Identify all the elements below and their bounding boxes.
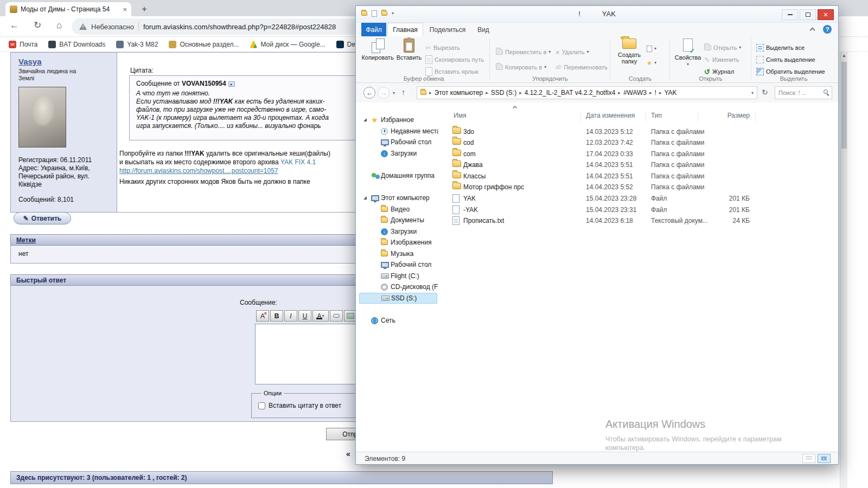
nav-documents[interactable]: Документы	[356, 215, 437, 226]
insert-link-button[interactable]	[330, 310, 343, 322]
tab-view[interactable]: Вид	[472, 23, 495, 36]
column-header-size[interactable]: Размер	[703, 112, 750, 119]
bookmark-yak3[interactable]: Yak-3 M82	[116, 41, 158, 48]
nav-history-arrow-icon[interactable]: ▾	[393, 91, 395, 95]
username-link[interactable]: Vasya	[18, 57, 42, 66]
breadcrumb-excl[interactable]: !	[655, 89, 656, 97]
breadcrumb-bar[interactable]: ▸ Этот компьютер ▸ SSD (S:) ▸ 4.12.2_IL-…	[417, 86, 757, 99]
nav-flight-c[interactable]: Flight (C:)	[356, 271, 437, 281]
browser-tab[interactable]: Моды от Димы - Страница 54 ×	[5, 2, 131, 16]
scrollbar-thumb[interactable]	[841, 62, 847, 149]
bookmark-bat-downloads[interactable]: BAT Downloads	[48, 41, 105, 48]
nav-desktop[interactable]: Рабочий стол	[356, 137, 437, 147]
list-view-toggle[interactable]	[802, 454, 815, 463]
font-color-button[interactable]: A▾	[312, 310, 329, 322]
file-row[interactable]: Прописать.txt14.04.2023 6:18Текстовый до…	[438, 215, 836, 226]
nav-cd-f[interactable]: CD-дисковод (F:)	[356, 281, 437, 292]
tags-link[interactable]: Метки	[16, 236, 36, 244]
showpost-url-link[interactable]: http://forum.aviaskins.com/showpost....p…	[119, 167, 278, 175]
help-icon[interactable]: ?	[823, 25, 832, 34]
easy-access-button[interactable]: ★▾	[647, 58, 656, 68]
file-row[interactable]: -YAK15.04.2023 23:31Файл201 КБ	[438, 204, 836, 215]
copy-to-button[interactable]: Копировать в▾	[496, 62, 546, 72]
open-button[interactable]: Открыть▾	[704, 43, 741, 53]
edit-button[interactable]: ✎Изменить	[704, 55, 739, 65]
file-row[interactable]: com17.04.2023 0:33Папка с файлами	[438, 149, 836, 159]
select-all-button[interactable]: Выделить все	[756, 43, 805, 53]
maximize-button[interactable]	[800, 9, 816, 20]
move-to-button[interactable]: Переместить в▾	[496, 47, 551, 57]
nav-music[interactable]: Музыка	[356, 248, 437, 259]
file-row[interactable]: Джава14.04.2023 5:51Папка с файлами	[438, 159, 836, 170]
cut-button[interactable]: ✂Вырезать	[425, 43, 460, 53]
tab-file[interactable]: Файл	[361, 23, 386, 36]
file-row[interactable]: 3do14.03.2023 5:12Папка с файлами	[438, 126, 836, 137]
back-icon[interactable]: ←	[10, 21, 19, 30]
nav-back-button[interactable]: ←	[363, 87, 375, 99]
tab-home[interactable]: Главная	[387, 23, 423, 36]
yak-fix-link[interactable]: YAK FIX 4.1	[280, 158, 316, 166]
breadcrumb-waw3[interactable]: #WAW3	[623, 89, 647, 97]
refresh-icon[interactable]: ↻	[762, 88, 768, 96]
reload-icon[interactable]: ↻	[34, 21, 41, 30]
details-view-toggle[interactable]	[818, 454, 831, 463]
new-folder-button[interactable]: ★ Создать папку	[614, 38, 644, 65]
nav-network[interactable]: Сеть	[356, 315, 437, 326]
column-header-type[interactable]: Тип	[651, 112, 662, 119]
breadcrumb-this-pc[interactable]: Этот компьютер	[435, 89, 483, 97]
scroll-up-icon[interactable]: ▲	[840, 53, 848, 58]
nav-this-pc[interactable]: Этот компьютер	[356, 192, 437, 203]
column-header-date[interactable]: Дата изменения	[586, 112, 635, 119]
new-tab-button[interactable]: +	[138, 3, 151, 15]
bookmark-mail[interactable]: ✉Почта	[9, 41, 37, 48]
copy-button[interactable]: Копировать	[362, 38, 393, 61]
reply-button[interactable]: ✎ Ответить	[14, 212, 71, 224]
avatar[interactable]	[18, 87, 66, 147]
tab-share[interactable]: Поделиться	[424, 23, 471, 36]
file-row[interactable]: cod12.03.2023 7:42Папка с файлами	[438, 137, 836, 148]
bold-button[interactable]: B	[270, 310, 283, 322]
breadcrumb-bat[interactable]: 4.12.2_IL-2_BAT v4.2.2_hotfix4	[525, 89, 616, 97]
previous-page-link[interactable]: «	[346, 450, 350, 458]
nav-pictures[interactable]: Изображения	[356, 237, 437, 248]
bookmark-google-drive[interactable]: Мой диск — Google...	[250, 41, 325, 48]
explorer-title-bar[interactable]: ▾ ! YAK ×	[356, 6, 838, 23]
file-row[interactable]: Мотор гриффон прс14.04.2023 5:52Папка с …	[438, 182, 836, 192]
collapse-ribbon-icon[interactable]	[810, 28, 815, 33]
copy-path-button[interactable]: Скопировать путь	[425, 55, 484, 65]
expand-twisty-icon[interactable]	[363, 118, 367, 121]
close-button[interactable]: ×	[818, 9, 834, 20]
nav-desktop-pc[interactable]: Рабочий стол	[356, 259, 437, 270]
new-item-button[interactable]: ▾	[647, 44, 656, 54]
breadcrumb-yak[interactable]: YAK	[664, 89, 676, 97]
up-one-level-icon[interactable]: ↑	[401, 88, 405, 96]
address-dropdown-icon[interactable]: ▾	[751, 91, 754, 95]
bookmark-forum-sections[interactable]: Основные раздел...	[169, 41, 239, 48]
nav-downloads[interactable]: ↓Загрузки	[356, 148, 437, 159]
properties-button[interactable]: ✓ Свойства ▾	[673, 38, 703, 67]
remove-format-button[interactable]: A	[256, 310, 269, 322]
nav-homegroup[interactable]: Домашняя группа	[356, 170, 437, 181]
nav-forward-button[interactable]: →	[378, 87, 390, 99]
file-row[interactable]: Классы14.04.2023 5:51Папка с файлами	[438, 171, 836, 182]
nav-recent-places[interactable]: Недавние места	[356, 126, 437, 137]
home-icon[interactable]: ⌂	[56, 21, 62, 30]
nav-ssd-s[interactable]: SSD (S:)	[359, 293, 437, 304]
nav-favorites[interactable]: ★Избранное	[356, 114, 437, 125]
delete-button[interactable]: ×Удалить▾	[556, 47, 589, 57]
italic-button[interactable]: I	[284, 310, 297, 322]
file-row[interactable]: YAK15.04.2023 23:28Файл201 КБ	[438, 193, 836, 204]
tab-close-icon[interactable]: ×	[123, 5, 127, 14]
browser-scrollbar[interactable]: ▲	[840, 52, 847, 488]
underline-button[interactable]: U	[298, 310, 311, 322]
paste-button[interactable]: Вставить	[394, 38, 424, 61]
quote-in-reply-checkbox[interactable]	[258, 402, 265, 409]
minimize-button[interactable]	[782, 9, 798, 20]
select-none-button[interactable]: Снять выделение	[756, 55, 815, 65]
view-post-icon[interactable]: ▸	[228, 81, 235, 87]
rename-button[interactable]: abПереименовать	[556, 62, 608, 72]
nav-downloads-pc[interactable]: ↓Загрузки	[356, 226, 437, 237]
breadcrumb-ssd[interactable]: SSD (S:)	[491, 89, 516, 97]
column-header-name[interactable]: Имя	[454, 112, 466, 119]
expand-twisty-icon[interactable]	[363, 196, 367, 200]
